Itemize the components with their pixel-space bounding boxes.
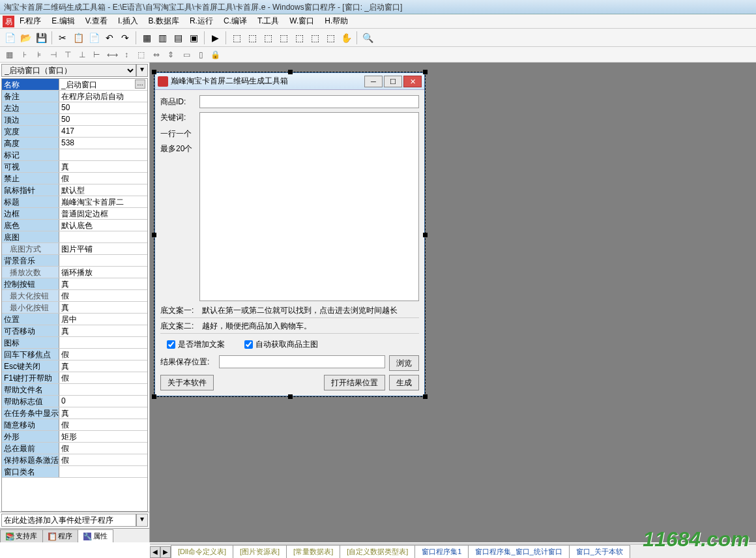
- object-selector[interactable]: _启动窗口（窗口）: [1, 64, 136, 77]
- menu-run[interactable]: R.运行: [184, 14, 218, 28]
- tab-nav-next[interactable]: ▶: [160, 546, 171, 558]
- layout4-icon[interactable]: ▣: [186, 31, 201, 45]
- property-row[interactable]: 在任务条中显示真: [2, 407, 147, 419]
- same-height-icon[interactable]: ↕: [120, 48, 133, 61]
- property-row[interactable]: F1键打开帮助假: [2, 372, 147, 384]
- property-row[interactable]: 底图方式图片平铺: [2, 243, 147, 255]
- resize-handle[interactable]: [152, 394, 156, 399]
- doc-tab[interactable]: 窗口程序集1: [414, 545, 469, 558]
- property-value[interactable]: 真: [59, 161, 147, 172]
- open-icon[interactable]: 📂: [18, 31, 33, 45]
- property-value[interactable]: 居中: [59, 314, 147, 325]
- menu-compile[interactable]: C.编译: [218, 14, 252, 28]
- property-row[interactable]: 顶边50: [2, 114, 147, 126]
- property-value[interactable]: 真: [59, 302, 147, 313]
- property-row[interactable]: Esc键关闭真: [2, 360, 147, 372]
- property-value[interactable]: 假: [59, 372, 147, 383]
- find-icon[interactable]: 🔍: [360, 31, 375, 45]
- property-row[interactable]: 禁止假: [2, 173, 147, 184]
- menu-window[interactable]: W.窗口: [284, 14, 319, 28]
- property-value[interactable]: 假: [59, 419, 147, 430]
- property-row[interactable]: 最小化按钮真: [2, 302, 147, 314]
- align-left-icon[interactable]: ⊦: [18, 48, 31, 61]
- property-value[interactable]: _启动窗口…: [59, 79, 147, 90]
- doc-tab[interactable]: 窗口程序集_窗口_统计窗口: [468, 545, 569, 558]
- property-value[interactable]: [59, 149, 147, 160]
- property-value[interactable]: 真: [59, 278, 147, 289]
- property-value[interactable]: [59, 384, 147, 395]
- menu-program[interactable]: F.程序: [14, 14, 46, 28]
- property-row[interactable]: 备注在程序启动后自动: [2, 91, 147, 102]
- property-value[interactable]: 默认底色: [59, 220, 147, 231]
- property-value[interactable]: 假: [59, 349, 147, 360]
- menu-tools[interactable]: T.工具: [252, 14, 284, 28]
- doc-tab[interactable]: [常量数据表]: [286, 545, 340, 558]
- property-row[interactable]: 左边50: [2, 102, 147, 114]
- property-value[interactable]: [59, 466, 147, 477]
- property-row[interactable]: 可视真: [2, 161, 147, 173]
- layout2-icon[interactable]: ▥: [155, 31, 169, 45]
- menu-edit[interactable]: E.编辑: [46, 14, 80, 28]
- resize-handle[interactable]: [288, 70, 293, 74]
- property-row[interactable]: 随意移动假: [2, 419, 147, 431]
- maximize-button[interactable]: ☐: [384, 76, 402, 87]
- resize-handle[interactable]: [152, 233, 156, 237]
- property-row[interactable]: 最大化按钮假: [2, 290, 147, 302]
- cut-icon[interactable]: ✂: [55, 31, 70, 45]
- save-location-input[interactable]: [219, 355, 385, 368]
- property-row[interactable]: 窗口类名: [2, 466, 147, 478]
- center-h-icon[interactable]: ▭: [180, 48, 193, 61]
- align-middle-icon[interactable]: ⊥: [76, 48, 89, 61]
- lock-icon[interactable]: 🔒: [209, 48, 222, 61]
- property-value[interactable]: [59, 337, 147, 348]
- dropdown-icon[interactable]: ▾: [136, 64, 148, 77]
- step2-icon[interactable]: ⬚: [245, 31, 259, 45]
- doc-tab[interactable]: [自定义数据类型表]: [340, 545, 415, 558]
- property-value[interactable]: [59, 255, 147, 266]
- about-button[interactable]: 关于本软件: [160, 375, 214, 390]
- generate-button[interactable]: 生成: [389, 375, 419, 390]
- property-row[interactable]: 宽度417: [2, 126, 147, 138]
- step5-icon[interactable]: ⬚: [292, 31, 306, 45]
- property-row[interactable]: 图标: [2, 337, 147, 349]
- redo-icon[interactable]: ↷: [118, 31, 132, 45]
- property-value[interactable]: 真: [59, 325, 147, 336]
- hspace-icon[interactable]: ⇔: [150, 48, 163, 61]
- property-row[interactable]: 底图: [2, 231, 147, 243]
- property-value[interactable]: 图片平铺: [59, 243, 147, 254]
- doc-tab[interactable]: [Dll命令定义表]: [171, 545, 233, 558]
- save-icon[interactable]: 💾: [34, 31, 48, 45]
- designer-window[interactable]: 巅峰淘宝卡首屏二维码生成工具箱 ─ ☐ ✕ 商品ID: 关键词: 一行一个 最: [154, 72, 426, 397]
- property-row[interactable]: 保持标题条激活假: [2, 454, 147, 466]
- property-row[interactable]: 标题巅峰淘宝卡首屏二: [2, 196, 147, 208]
- property-value[interactable]: 在程序启动后自动: [59, 91, 147, 102]
- property-value[interactable]: 50: [59, 114, 147, 125]
- tab-support-lib[interactable]: 📚支持库: [0, 529, 43, 542]
- property-row[interactable]: 边框普通固定边框: [2, 208, 147, 220]
- property-row[interactable]: 标记: [2, 149, 147, 161]
- property-value[interactable]: 假: [59, 454, 147, 465]
- tab-properties[interactable]: 🔧属性: [78, 529, 113, 542]
- resize-handle[interactable]: [423, 233, 428, 237]
- grid-icon[interactable]: ▦: [3, 48, 16, 61]
- step4-icon[interactable]: ⬚: [276, 31, 291, 45]
- property-value[interactable]: 真: [59, 360, 147, 372]
- property-value[interactable]: 538: [59, 138, 147, 149]
- tab-nav-prev[interactable]: ◀: [150, 546, 160, 558]
- property-value[interactable]: 普通固定边框: [59, 208, 147, 219]
- menu-help[interactable]: H.帮助: [319, 14, 353, 28]
- property-row[interactable]: 回车下移焦点假: [2, 349, 147, 360]
- vspace-icon[interactable]: ⇕: [164, 48, 177, 61]
- property-value[interactable]: [59, 231, 147, 242]
- property-value[interactable]: 真: [59, 407, 147, 419]
- auto-image-checkbox[interactable]: 自动获取商品主图: [244, 339, 318, 350]
- resize-handle[interactable]: [288, 394, 293, 399]
- form-designer-canvas[interactable]: 巅峰淘宝卡首屏二维码生成工具箱 ─ ☐ ✕ 商品ID: 关键词: 一行一个 最: [150, 63, 756, 542]
- hand-icon[interactable]: ✋: [339, 31, 353, 45]
- property-row[interactable]: 控制按钮真: [2, 278, 147, 290]
- property-value[interactable]: 巅峰淘宝卡首屏二: [59, 196, 147, 207]
- event-selector[interactable]: [1, 514, 136, 527]
- align-bottom-icon[interactable]: ⊢: [90, 48, 103, 61]
- center-v-icon[interactable]: ▯: [194, 48, 207, 61]
- property-row[interactable]: 高度538: [2, 138, 147, 149]
